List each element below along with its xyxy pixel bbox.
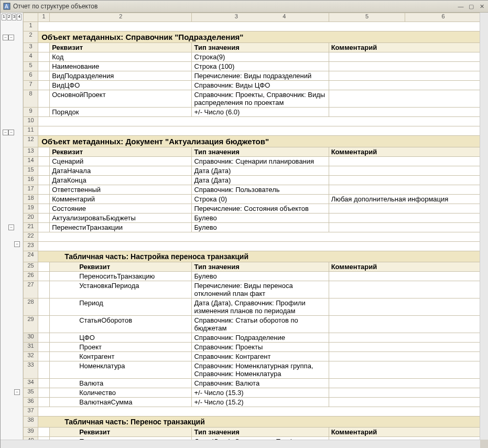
table-row: 7ВидЦФОСправочник: Виды ЦФО bbox=[24, 81, 480, 90]
subsection-title: Табличная часть: Настройка переноса тран… bbox=[38, 251, 480, 262]
table-row: 8ОсновнойПроектСправочник: Проекты, Спра… bbox=[24, 90, 480, 108]
table-row: 16ДатаКонцаДата (Дата) bbox=[24, 176, 480, 185]
tree-collapse-icon[interactable]: − bbox=[14, 389, 20, 395]
minimize-button[interactable]: — bbox=[456, 2, 465, 10]
tree-collapse-icon[interactable]: − bbox=[14, 241, 20, 247]
table-row: 32КонтрагентСправочник: Контрагент bbox=[24, 352, 480, 361]
table-row: 18КомментарийСтрока (0)Любая дополнитель… bbox=[24, 195, 480, 204]
outline-tab[interactable]: 1 bbox=[2, 14, 6, 20]
subsection-title: Табличная часть: Перенос транзакций bbox=[38, 417, 480, 427]
table-row: 21ПеренестиТранзакцииБулево bbox=[24, 223, 480, 232]
table-row: 6ВидПодразделенияПеречисление: Виды подр… bbox=[24, 71, 480, 81]
table-row: 27УстановкаПериодаПеречисление: Виды пер… bbox=[24, 281, 480, 298]
table-row: 31ПроектСправочник: Проекты bbox=[24, 343, 480, 352]
subsection-row: 24Табличная часть: Настройка переноса тр… bbox=[24, 251, 480, 262]
tree-collapse-icon[interactable]: − bbox=[8, 35, 14, 40]
report-grid: 1 2 3 4 5 6 1 2Объект метаданных: Справо… bbox=[23, 13, 480, 440]
svg-text:A: A bbox=[5, 4, 8, 9]
table-row: 14СценарийСправочник: Сценарии планирова… bbox=[24, 157, 480, 166]
table-row: 36ВалютнаяСумма+/- Число (15.2) bbox=[24, 398, 480, 407]
outline-tab[interactable]: 2 bbox=[7, 14, 12, 20]
spreadsheet-area[interactable]: 1 2 3 4 5 6 1 2Объект метаданных: Справо… bbox=[23, 13, 480, 440]
table-row: 20АктуализироватьБюджетыБулево bbox=[24, 214, 480, 223]
col-header[interactable]: 3 4 bbox=[192, 13, 329, 22]
col-header[interactable]: 6 bbox=[405, 13, 480, 22]
col-label: Реквизит bbox=[50, 43, 191, 52]
header-row: 3 Реквизит Тип значения Комментарий bbox=[24, 43, 480, 52]
vertical-scrollbar[interactable] bbox=[480, 13, 488, 440]
outline-level-tabs[interactable]: 1 2 3 4 bbox=[1, 13, 23, 22]
section-row: 12Объект метаданных: Документ "Актуализа… bbox=[24, 136, 480, 147]
table-row: 9Порядок+/- Число (6.0) bbox=[24, 108, 480, 117]
col-header[interactable]: 2 bbox=[50, 13, 192, 22]
resize-grip[interactable] bbox=[480, 440, 488, 448]
subsection-row: 38Табличная часть: Перенос транзакций bbox=[24, 417, 480, 428]
section-title: Объект метаданных: Справочник "Подраздел… bbox=[38, 31, 480, 42]
table-row: 11 bbox=[24, 126, 480, 136]
header-row: 25 Реквизит Тип значения Комментарий bbox=[24, 262, 480, 272]
table-row: 23 bbox=[24, 242, 480, 251]
column-header-row: 1 2 3 4 5 6 bbox=[24, 13, 480, 22]
table-row: 5НаименованиеСтрока (100) bbox=[24, 62, 480, 71]
table-row: 37 bbox=[24, 407, 480, 417]
window-title: Отчет по структуре объектов bbox=[13, 3, 456, 10]
table-row: 34ВалютаСправочник: Валюта bbox=[24, 379, 480, 388]
header-row: 39 Реквизит Тип значения Комментарий bbox=[24, 428, 480, 437]
horizontal-scrollbar[interactable] bbox=[1, 440, 480, 448]
corner-cell bbox=[24, 13, 38, 22]
outline-tab[interactable]: 3 bbox=[12, 14, 17, 20]
tree-collapse-icon[interactable]: − bbox=[3, 130, 8, 135]
tree-collapse-icon[interactable]: − bbox=[8, 225, 14, 230]
table-row: 1 bbox=[24, 22, 480, 31]
table-row: 15ДатаНачалаДата (Дата) bbox=[24, 166, 480, 176]
table-row: 22 bbox=[24, 232, 480, 242]
table-row: 35Количество+/- Число (15.3) bbox=[24, 388, 480, 398]
section-title: Объект метаданных: Документ "Актуализаци… bbox=[38, 136, 480, 147]
maximize-button[interactable]: ▢ bbox=[467, 2, 476, 10]
tree-collapse-icon[interactable]: − bbox=[3, 35, 8, 40]
table-row: 28ПериодДата (Дата), Справочник: Профили… bbox=[24, 298, 480, 316]
table-row: 10 bbox=[24, 117, 480, 126]
table-row: 17ОтветственныйСправочник: Пользователь bbox=[24, 185, 480, 195]
table-row: 33НоменклатураСправочник: Номенклатурная… bbox=[24, 361, 480, 379]
report-window: A Отчет по структуре объектов — ▢ ✕ 1 2 … bbox=[0, 0, 488, 448]
col-label: Тип значения bbox=[192, 43, 328, 52]
table-row: 40ПериодДата (Дата), Справочник: Профили… bbox=[24, 437, 480, 440]
header-row: 13 Реквизит Тип значения Комментарий bbox=[24, 147, 480, 157]
table-row: 19СостояниеПеречисление: Состояния объек… bbox=[24, 204, 480, 214]
col-header[interactable]: 5 bbox=[329, 13, 405, 22]
col-header[interactable]: 1 bbox=[38, 13, 50, 22]
outline-panel[interactable]: 1 2 3 4 − − − − − − − bbox=[1, 13, 23, 440]
app-icon: A bbox=[3, 2, 11, 10]
table-row: 26ПереноситьТранзакциюБулево bbox=[24, 272, 480, 281]
close-button[interactable]: ✕ bbox=[477, 2, 486, 10]
table-row: 4КодСтрока(9) bbox=[24, 52, 480, 62]
titlebar[interactable]: A Отчет по структуре объектов — ▢ ✕ bbox=[1, 1, 488, 13]
col-label: Комментарий bbox=[329, 43, 480, 52]
table-row: 29СтатьяОборотовСправочник: Статьи оборо… bbox=[24, 316, 480, 333]
tree-collapse-icon[interactable]: − bbox=[8, 130, 14, 135]
outline-tab[interactable]: 4 bbox=[17, 14, 21, 20]
section-row: 2Объект метаданных: Справочник "Подразде… bbox=[24, 31, 480, 43]
table-row: 30ЦФОСправочник: Подразделение bbox=[24, 333, 480, 343]
